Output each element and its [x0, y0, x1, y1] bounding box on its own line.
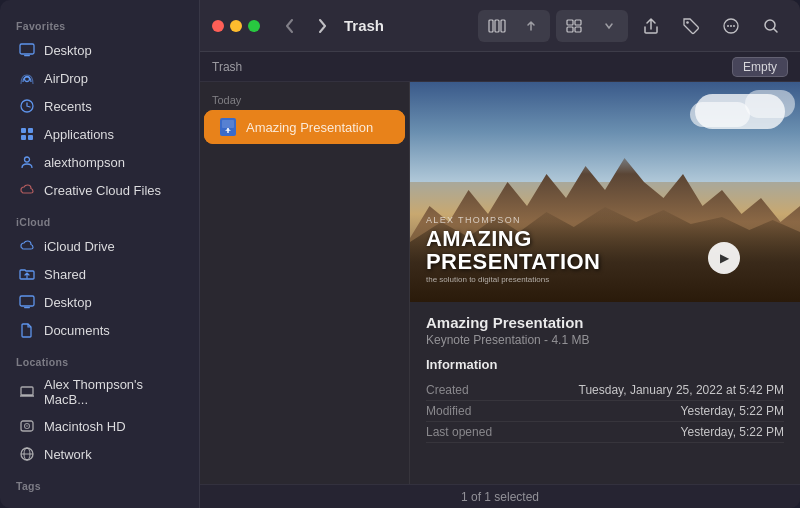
cloud-2: [690, 102, 750, 127]
sidebar-item-airdrop-label: AirDrop: [44, 71, 88, 86]
view-chevron-button[interactable]: [514, 12, 548, 40]
minimize-button[interactable]: [230, 20, 242, 32]
info-created-label: Created: [426, 383, 469, 397]
sidebar-item-applications[interactable]: Applications: [6, 121, 193, 147]
preview-file-type: Keynote Presentation - 4.1 MB: [426, 333, 784, 347]
sidebar-item-recents[interactable]: Recents: [6, 93, 193, 119]
maximize-button[interactable]: [248, 20, 260, 32]
sidebar-item-creative-cloud[interactable]: Creative Cloud Files: [6, 177, 193, 203]
window-title: Trash: [344, 17, 384, 34]
info-last-opened-value: Yesterday, 5:22 PM: [681, 425, 784, 439]
svg-rect-0: [20, 44, 34, 54]
svg-rect-21: [567, 20, 573, 25]
share-button[interactable]: [634, 12, 668, 40]
svg-point-8: [25, 157, 30, 162]
forward-button[interactable]: [310, 13, 336, 39]
view-toggle-group: [478, 10, 550, 42]
network-icon: [18, 445, 36, 463]
svg-rect-33: [227, 128, 229, 133]
sidebar-item-alexthompson-label: alexthompson: [44, 155, 125, 170]
view-columns-button[interactable]: [480, 12, 514, 40]
creative-cloud-icon: [18, 181, 36, 199]
svg-rect-24: [575, 27, 581, 32]
grid-view-button[interactable]: [558, 12, 592, 40]
back-button[interactable]: [276, 13, 302, 39]
sidebar-item-alex-macbook[interactable]: Alex Thompson's MacB...: [6, 373, 193, 411]
sidebar-item-shared-label: Shared: [44, 267, 86, 282]
svg-rect-18: [489, 20, 493, 32]
sidebar: Favorites Desktop AirDrop Recents: [0, 0, 200, 508]
search-button[interactable]: [754, 12, 788, 40]
preview-overlay-text: ALEX THOMPSON AMAZINGPRESENTATION the so…: [410, 207, 800, 292]
documents-icon: [18, 321, 36, 339]
sidebar-item-desktop-fav[interactable]: Desktop: [6, 37, 193, 63]
applications-icon: [18, 125, 36, 143]
sidebar-item-desktop-icloud[interactable]: Desktop: [6, 289, 193, 315]
sidebar-item-icloud-drive[interactable]: iCloud Drive: [6, 233, 193, 259]
empty-button[interactable]: Empty: [732, 57, 788, 77]
preview-info: Amazing Presentation Keynote Presentatio…: [410, 302, 800, 484]
grid-chevron-button[interactable]: [592, 12, 626, 40]
file-list: Today Amazing Presentation: [200, 82, 410, 484]
sidebar-item-macintosh-hd[interactable]: Macintosh HD: [6, 413, 193, 439]
favorites-section-label: Favorites: [0, 8, 199, 36]
recents-icon: [18, 97, 36, 115]
info-modified-label: Modified: [426, 404, 471, 418]
svg-point-14: [26, 425, 28, 427]
svg-rect-4: [21, 128, 26, 133]
keynote-icon: [218, 117, 238, 137]
status-text: 1 of 1 selected: [461, 490, 539, 504]
status-bar: 1 of 1 selected: [200, 484, 800, 508]
svg-point-29: [733, 25, 735, 27]
preview-subtitle: the solution to digital presentations: [426, 275, 784, 284]
svg-rect-9: [20, 296, 34, 306]
icloud-section-label: iCloud: [0, 204, 199, 232]
info-created-value: Tuesday, January 25, 2022 at 5:42 PM: [579, 383, 784, 397]
svg-rect-11: [21, 387, 33, 395]
sidebar-item-airdrop[interactable]: AirDrop: [6, 65, 193, 91]
desktop-fav-icon: [18, 41, 36, 59]
svg-rect-10: [24, 307, 30, 308]
svg-rect-32: [222, 120, 234, 128]
svg-rect-5: [28, 128, 33, 133]
sidebar-item-creative-cloud-label: Creative Cloud Files: [44, 183, 161, 198]
sidebar-item-shared[interactable]: Shared: [6, 261, 193, 287]
svg-rect-20: [501, 20, 505, 32]
cloud-3: [745, 90, 795, 118]
macbook-icon: [18, 383, 36, 401]
sidebar-item-applications-label: Applications: [44, 127, 114, 142]
breadcrumb-bar: Trash Empty: [200, 52, 800, 82]
svg-rect-1: [24, 55, 30, 56]
svg-rect-6: [21, 135, 26, 140]
file-item-label: Amazing Presentation: [246, 120, 373, 135]
breadcrumb: Trash: [212, 60, 242, 74]
info-section-label: Information: [426, 357, 784, 372]
sidebar-item-documents[interactable]: Documents: [6, 317, 193, 343]
more-options-button[interactable]: [714, 12, 748, 40]
svg-rect-19: [495, 20, 499, 32]
macintosh-hd-icon: [18, 417, 36, 435]
locations-section-label: Locations: [0, 344, 199, 372]
svg-rect-22: [575, 20, 581, 25]
info-last-opened-label: Last opened: [426, 425, 492, 439]
svg-rect-7: [28, 135, 33, 140]
preview-author: ALEX THOMPSON: [426, 215, 784, 225]
sidebar-item-icloud-drive-label: iCloud Drive: [44, 239, 115, 254]
play-button[interactable]: ▶: [708, 242, 740, 274]
main-window: Trash: [200, 0, 800, 508]
sidebar-item-alexthompson[interactable]: alexthompson: [6, 149, 193, 175]
sidebar-item-documents-label: Documents: [44, 323, 110, 338]
content-area: Today Amazing Presentation: [200, 82, 800, 484]
shared-folder-icon: [18, 265, 36, 283]
tag-button[interactable]: [674, 12, 708, 40]
traffic-lights: [212, 20, 260, 32]
toolbar-icons: [478, 10, 788, 42]
info-row-created: Created Tuesday, January 25, 2022 at 5:4…: [426, 380, 784, 401]
file-list-section-today: Today: [200, 90, 409, 110]
close-button[interactable]: [212, 20, 224, 32]
sidebar-item-network[interactable]: Network: [6, 441, 193, 467]
info-row-last-opened: Last opened Yesterday, 5:22 PM: [426, 422, 784, 443]
preview-pane: ALEX THOMPSON AMAZINGPRESENTATION the so…: [410, 82, 800, 484]
file-item-amazing-presentation[interactable]: Amazing Presentation: [206, 112, 403, 142]
sidebar-item-macintosh-hd-label: Macintosh HD: [44, 419, 126, 434]
